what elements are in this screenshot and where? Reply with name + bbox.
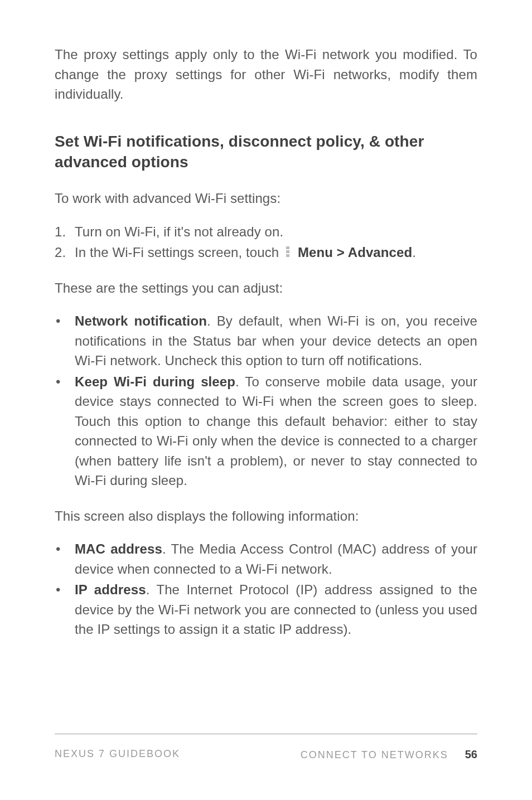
footer-row: NEXUS 7 GUIDEBOOK CONNECT TO NETWORKS 56	[55, 746, 477, 763]
bullet-icon: •	[55, 372, 75, 491]
page-footer: NEXUS 7 GUIDEBOOK CONNECT TO NETWORKS 56	[55, 734, 477, 763]
list-item: • MAC address. The Media Access Control …	[55, 539, 477, 579]
lead-paragraph: To work with advanced Wi-Fi settings:	[55, 188, 477, 209]
bullet-icon: •	[55, 311, 75, 371]
step-number: 2.	[55, 243, 75, 263]
list-item-body: IP address. The Internet Protocol (IP) a…	[75, 580, 477, 639]
step-text: In the Wi-Fi settings screen, touch Menu…	[75, 243, 477, 263]
info-title: IP address	[75, 582, 146, 597]
footer-book-title: NEXUS 7 GUIDEBOOK	[55, 746, 180, 763]
overflow-menu-icon	[285, 246, 291, 258]
paragraph: This screen also displays the following …	[55, 506, 477, 526]
list-item: • Network notification. By default, when…	[55, 311, 477, 371]
menu-path: Menu > Advanced	[298, 245, 412, 260]
svg-rect-1	[286, 250, 289, 253]
step-text-suffix: .	[412, 245, 416, 260]
step-text: Turn on Wi-Fi, if it's not already on.	[75, 222, 477, 242]
footer-divider	[55, 734, 477, 734]
footer-section-title: CONNECT TO NETWORKS	[301, 748, 448, 763]
steps-list: 1. Turn on Wi-Fi, if it's not already on…	[55, 222, 477, 263]
list-item: • Keep Wi-Fi during sleep. To conserve m…	[55, 372, 477, 491]
settings-list: • Network notification. By default, when…	[55, 311, 477, 491]
setting-title: Network notification	[75, 313, 207, 328]
section-heading: Set Wi-Fi notifications, disconnect poli…	[55, 131, 477, 173]
intro-paragraph: The proxy settings apply only to the Wi-…	[55, 45, 477, 104]
setting-title: Keep Wi-Fi during sleep	[75, 374, 235, 389]
svg-rect-0	[286, 246, 289, 249]
footer-right-group: CONNECT TO NETWORKS 56	[301, 746, 477, 763]
list-item: 2. In the Wi-Fi settings screen, touch M…	[55, 243, 477, 263]
info-list: • MAC address. The Media Access Control …	[55, 539, 477, 639]
list-item-body: Network notification. By default, when W…	[75, 311, 477, 371]
svg-rect-2	[286, 254, 289, 257]
page-number: 56	[465, 746, 477, 763]
step-number: 1.	[55, 222, 75, 242]
info-title: MAC address	[75, 541, 162, 556]
bullet-icon: •	[55, 580, 75, 639]
setting-description: . To conserve mobile data usage, your de…	[75, 374, 477, 488]
list-item-body: Keep Wi-Fi during sleep. To conserve mob…	[75, 372, 477, 491]
list-item-body: MAC address. The Media Access Control (M…	[75, 539, 477, 579]
list-item: 1. Turn on Wi-Fi, if it's not already on…	[55, 222, 477, 242]
paragraph: These are the settings you can adjust:	[55, 278, 477, 298]
bullet-icon: •	[55, 539, 75, 579]
list-item: • IP address. The Internet Protocol (IP)…	[55, 580, 477, 639]
step-text-prefix: In the Wi-Fi settings screen, touch	[75, 245, 283, 260]
